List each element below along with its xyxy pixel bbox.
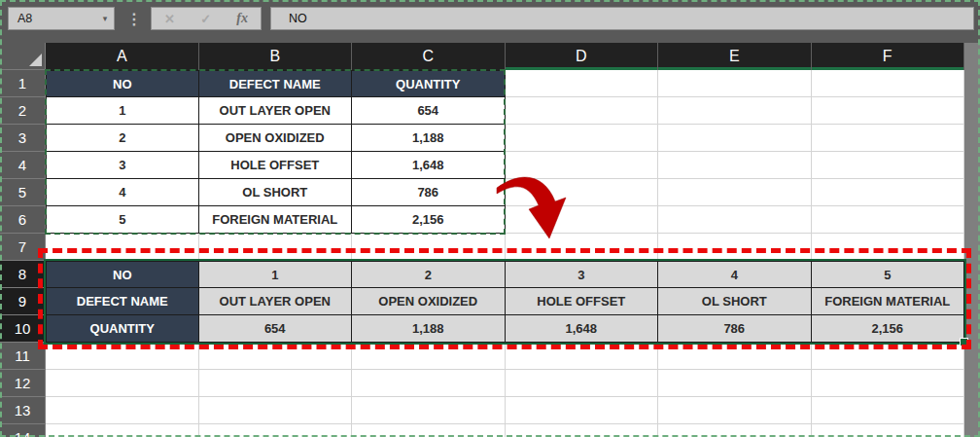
row-header-9[interactable]: 9: [0, 288, 46, 315]
cell-F14[interactable]: [812, 424, 965, 437]
cell-E11[interactable]: [658, 343, 812, 370]
column-header-C[interactable]: C: [352, 43, 506, 70]
column-header-E[interactable]: E: [658, 43, 812, 70]
cell-E1[interactable]: [658, 70, 812, 97]
cell-B7[interactable]: [199, 234, 353, 261]
column-header-B[interactable]: B: [199, 43, 353, 70]
cell-A2[interactable]: 1: [46, 97, 199, 125]
row-header-6[interactable]: 6: [0, 206, 46, 234]
cell-B12[interactable]: [199, 370, 353, 397]
cell-F13[interactable]: [812, 397, 965, 424]
cell-F2[interactable]: [812, 97, 965, 125]
cell-D1[interactable]: [506, 70, 659, 97]
cell-B3[interactable]: OPEN OXIDIZED: [199, 125, 353, 152]
insert-function-icon[interactable]: fx: [236, 11, 248, 26]
name-box[interactable]: A8 ▾: [8, 7, 115, 30]
cell-A1[interactable]: NO: [46, 70, 199, 97]
name-box-dropdown-icon[interactable]: ▾: [96, 14, 114, 23]
cell-D13[interactable]: [506, 397, 659, 424]
row-header-11[interactable]: 11: [0, 343, 46, 370]
cell-C7[interactable]: [352, 234, 506, 261]
cell-C11[interactable]: [352, 343, 506, 370]
cell-C5[interactable]: 786: [352, 179, 506, 206]
cell-E12[interactable]: [658, 370, 812, 397]
cell-A11[interactable]: [46, 343, 199, 370]
fill-handle[interactable]: [960, 338, 968, 346]
cell-A13[interactable]: [46, 397, 199, 424]
cell-B4[interactable]: HOLE OFFSET: [199, 152, 353, 179]
cell-F7[interactable]: [812, 234, 965, 261]
cell-A3[interactable]: 2: [46, 125, 199, 152]
cell-D7[interactable]: [506, 234, 659, 261]
cell-E3[interactable]: [658, 125, 812, 152]
cell-C2[interactable]: 654: [352, 97, 506, 125]
cell-B6[interactable]: FOREIGN MATERIAL: [199, 206, 353, 234]
row-header-8[interactable]: 8: [0, 261, 46, 288]
cell-A4[interactable]: 3: [46, 152, 199, 179]
cell-D2[interactable]: [506, 97, 659, 125]
cell-D4[interactable]: [506, 152, 659, 179]
row-header-2[interactable]: 2: [0, 97, 46, 125]
cell-F3[interactable]: [812, 125, 965, 152]
row-header-7[interactable]: 7: [0, 234, 46, 261]
row-header-5[interactable]: 5: [0, 179, 46, 206]
row-header-3[interactable]: 3: [0, 125, 46, 152]
sheet-right-filler: [964, 43, 980, 437]
cell-F12[interactable]: [812, 370, 965, 397]
cancel-icon[interactable]: ✕: [164, 12, 175, 26]
cell-F1[interactable]: [812, 70, 965, 97]
row-header-12[interactable]: 12: [0, 370, 46, 397]
name-box-value: A8: [9, 12, 96, 25]
cell-D3[interactable]: [506, 125, 659, 152]
cell-E6[interactable]: [658, 206, 812, 234]
cell-B2[interactable]: OUT LAYER OPEN: [199, 97, 353, 125]
cell-C14[interactable]: [352, 424, 506, 437]
cell-D6[interactable]: [506, 206, 659, 234]
column-headers: ABCDEF: [46, 43, 964, 70]
column-header-F[interactable]: F: [812, 43, 965, 70]
cell-D11[interactable]: [506, 343, 659, 370]
cell-A7[interactable]: [46, 234, 199, 261]
cell-F6[interactable]: [812, 206, 965, 234]
cell-E7[interactable]: [658, 234, 812, 261]
row-header-14[interactable]: 14: [0, 424, 46, 437]
cell-A5[interactable]: 4: [46, 179, 199, 206]
cell-B13[interactable]: [199, 397, 353, 424]
grid-cells: NODEFECT NAMEQUANTITY1OUT LAYER OPEN6542…: [46, 70, 964, 437]
cell-B11[interactable]: [199, 343, 353, 370]
select-all-corner[interactable]: [0, 43, 46, 70]
cell-A12[interactable]: [46, 370, 199, 397]
cell-E14[interactable]: [658, 424, 812, 437]
cell-A6[interactable]: 5: [46, 206, 199, 234]
cell-D14[interactable]: [506, 424, 659, 437]
cell-E5[interactable]: [658, 179, 812, 206]
cell-D12[interactable]: [506, 370, 659, 397]
cell-A14[interactable]: [46, 424, 199, 437]
cell-D5[interactable]: [506, 179, 659, 206]
cell-C1[interactable]: QUANTITY: [352, 70, 506, 97]
cell-B14[interactable]: [199, 424, 353, 437]
cell-B1[interactable]: DEFECT NAME: [199, 70, 353, 97]
cell-F11[interactable]: [812, 343, 965, 370]
cell-F4[interactable]: [812, 152, 965, 179]
column-header-D[interactable]: D: [506, 43, 659, 70]
cell-C3[interactable]: 1,188: [352, 125, 506, 152]
column-header-A[interactable]: A: [46, 43, 199, 70]
row-header-1[interactable]: 1: [0, 70, 46, 97]
row-header-10[interactable]: 10: [0, 315, 46, 343]
cell-E2[interactable]: [658, 97, 812, 125]
row-header-13[interactable]: 13: [0, 397, 46, 424]
cell-C13[interactable]: [352, 397, 506, 424]
cell-C4[interactable]: 1,648: [352, 152, 506, 179]
cell-C12[interactable]: [352, 370, 506, 397]
enter-icon[interactable]: ✓: [200, 12, 211, 26]
cell-E4[interactable]: [658, 152, 812, 179]
formula-bar: A8 ▾ ⋮ ✕ ✓ fx NO: [0, 0, 980, 43]
row-headers: 1234567891011121314: [0, 70, 46, 437]
formula-input[interactable]: NO: [270, 7, 974, 30]
cell-F5[interactable]: [812, 179, 965, 206]
cell-B5[interactable]: OL SHORT: [199, 179, 353, 206]
row-header-4[interactable]: 4: [0, 152, 46, 179]
cell-C6[interactable]: 2,156: [352, 206, 506, 234]
cell-E13[interactable]: [658, 397, 812, 424]
